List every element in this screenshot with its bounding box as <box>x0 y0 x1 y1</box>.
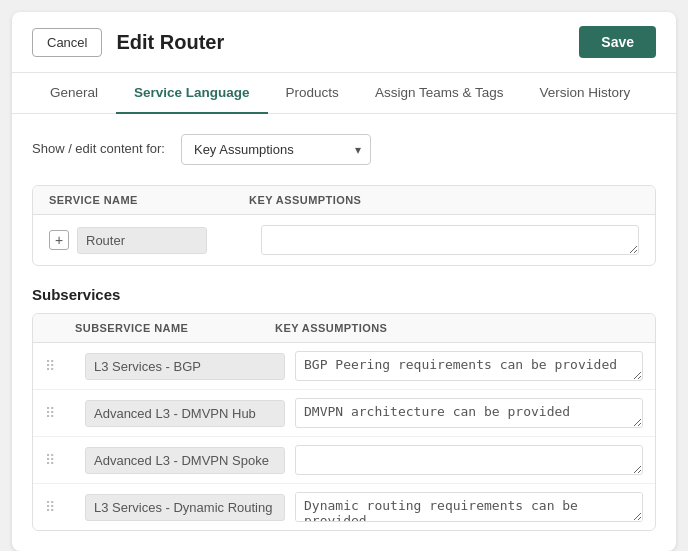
subservice-assumption-textarea[interactable] <box>295 445 643 475</box>
filter-row: Show / edit content for: Key Assumptions… <box>32 134 656 165</box>
tab-version-history[interactable]: Version History <box>521 73 648 114</box>
subservice-name-input[interactable] <box>85 400 285 427</box>
service-name-cell: + <box>49 227 249 254</box>
expand-service-button[interactable]: + <box>49 230 69 250</box>
service-name-input[interactable] <box>77 227 207 254</box>
service-assumption-textarea[interactable] <box>261 225 639 255</box>
subservice-name-input[interactable] <box>85 353 285 380</box>
service-name-column-header: SERVICE NAME <box>49 194 249 206</box>
service-table-row: + <box>33 215 655 265</box>
header: Cancel Edit Router Save <box>12 12 676 73</box>
table-row: ⠿ <box>33 437 655 484</box>
page-container: Cancel Edit Router Save General Service … <box>0 0 688 551</box>
subservice-name-column-header: SUBSERVICE NAME <box>75 322 275 334</box>
drag-handle-icon[interactable]: ⠿ <box>45 452 75 468</box>
key-assumptions-column-header: KEY ASSUMPTIONS <box>249 194 639 206</box>
subservice-table: SUBSERVICE NAME KEY ASSUMPTIONS ⠿ BGP Pe… <box>32 313 656 531</box>
page-title: Edit Router <box>116 31 224 54</box>
filter-label: Show / edit content for: <box>32 141 165 158</box>
cancel-button[interactable]: Cancel <box>32 28 102 57</box>
subservice-assumption-textarea[interactable]: BGP Peering requirements can be provided <box>295 351 643 381</box>
save-button[interactable]: Save <box>579 26 656 58</box>
subservice-name-input[interactable] <box>85 447 285 474</box>
table-row: ⠿ Dynamic routing requirements can be pr… <box>33 484 655 530</box>
subservice-assumption-textarea[interactable]: DMVPN architecture can be provided <box>295 398 643 428</box>
table-row: ⠿ BGP Peering requirements can be provid… <box>33 343 655 390</box>
service-table-header: SERVICE NAME KEY ASSUMPTIONS <box>33 186 655 215</box>
content-area: Show / edit content for: Key Assumptions… <box>12 114 676 551</box>
main-card: Cancel Edit Router Save General Service … <box>12 12 676 551</box>
drag-handle-icon[interactable]: ⠿ <box>45 499 75 515</box>
service-table: SERVICE NAME KEY ASSUMPTIONS + <box>32 185 656 266</box>
table-row: ⠿ DMVPN architecture can be provided <box>33 390 655 437</box>
tab-assign-teams-tags[interactable]: Assign Teams & Tags <box>357 73 522 114</box>
tab-service-language[interactable]: Service Language <box>116 73 268 114</box>
drag-handle-icon[interactable]: ⠿ <box>45 358 75 374</box>
subservice-name-input[interactable] <box>85 494 285 521</box>
drag-handle-icon[interactable]: ⠿ <box>45 405 75 421</box>
subservice-key-assumptions-column-header: KEY ASSUMPTIONS <box>275 322 643 334</box>
subservice-table-header: SUBSERVICE NAME KEY ASSUMPTIONS <box>33 314 655 343</box>
header-left: Cancel Edit Router <box>32 28 224 57</box>
tab-general[interactable]: General <box>32 73 116 114</box>
subservices-title: Subservices <box>32 286 656 303</box>
subservice-assumption-textarea[interactable]: Dynamic routing requirements can be prov… <box>295 492 643 522</box>
tab-bar: General Service Language Products Assign… <box>12 73 676 114</box>
dropdown-wrapper: Key Assumptions Scope of Work Inclusions… <box>181 134 371 165</box>
tab-products[interactable]: Products <box>268 73 357 114</box>
content-type-dropdown[interactable]: Key Assumptions Scope of Work Inclusions… <box>181 134 371 165</box>
